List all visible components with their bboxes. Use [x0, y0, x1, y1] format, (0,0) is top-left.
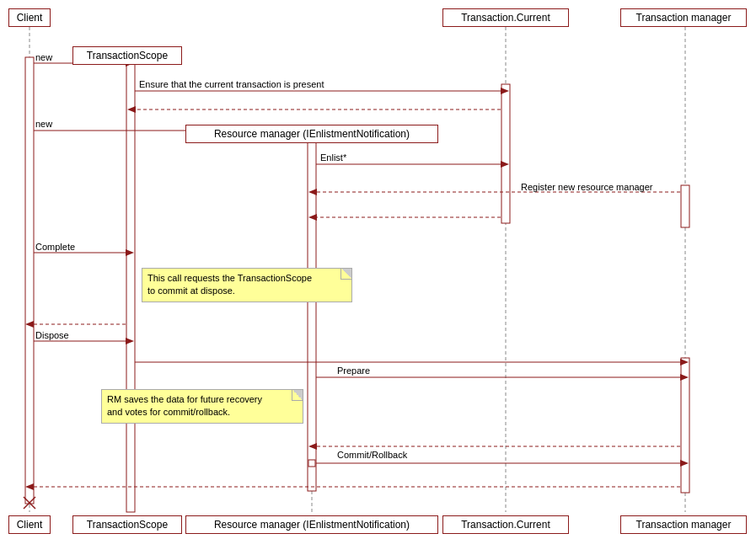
lifeline-txscope-bottom: TransactionScope: [72, 515, 182, 534]
lifeline-resmgr-top: Resource manager (IEnlistmentNotificatio…: [185, 125, 438, 143]
svg-marker-14: [501, 88, 509, 94]
svg-marker-32: [680, 359, 689, 366]
msg-new-client-resmgr: new: [35, 119, 52, 129]
lifeline-client-bottom: Client: [8, 515, 51, 534]
svg-rect-8: [501, 84, 510, 223]
svg-marker-36: [308, 443, 317, 450]
msg-register-resmgr: Register new resource manager: [521, 182, 653, 192]
svg-rect-7: [308, 137, 316, 491]
svg-marker-30: [126, 338, 134, 344]
svg-rect-10: [681, 358, 689, 493]
lifeline-txcurrent-bottom: Transaction.Current: [442, 515, 569, 534]
msg-complete: Complete: [35, 242, 75, 252]
svg-marker-16: [127, 106, 136, 113]
svg-marker-41: [25, 483, 34, 490]
svg-marker-24: [308, 214, 317, 221]
svg-rect-6: [126, 57, 135, 512]
svg-line-43: [24, 497, 35, 509]
lifeline-txcurrent-top: Transaction.Current: [442, 8, 569, 27]
svg-marker-22: [308, 189, 317, 195]
msg-dispose: Dispose: [35, 330, 69, 340]
svg-rect-9: [681, 185, 689, 227]
msg-new-client-txscope: new: [35, 52, 52, 62]
note-rm-saves: RM saves the data for future recoveryand…: [101, 389, 303, 424]
lifeline-txmanager-bottom: Transaction manager: [620, 515, 747, 534]
diagram-svg: [0, 0, 756, 555]
svg-marker-20: [501, 161, 509, 168]
svg-marker-28: [25, 321, 34, 328]
svg-rect-5: [25, 57, 34, 504]
svg-marker-34: [680, 374, 689, 381]
msg-commit-rollback: Commit/Rollback: [337, 450, 407, 460]
svg-marker-26: [126, 249, 134, 256]
lifeline-client-top: Client: [8, 8, 51, 27]
note-complete: This call requests the TransactionScopet…: [142, 268, 352, 302]
svg-line-42: [24, 497, 35, 509]
svg-marker-39: [680, 460, 689, 467]
svg-rect-37: [308, 460, 315, 467]
sequence-diagram: Client TransactionScope Resource manager…: [0, 0, 756, 555]
lifeline-resmgr-bottom: Resource manager (IEnlistmentNotificatio…: [185, 515, 438, 534]
lifeline-txmanager-top: Transaction manager: [620, 8, 747, 27]
msg-enlist: Enlist*: [320, 152, 346, 163]
msg-ensure-transaction: Ensure that the current transaction is p…: [139, 79, 324, 89]
lifeline-txscope-top: TransactionScope: [72, 46, 182, 65]
msg-prepare: Prepare: [337, 366, 370, 376]
